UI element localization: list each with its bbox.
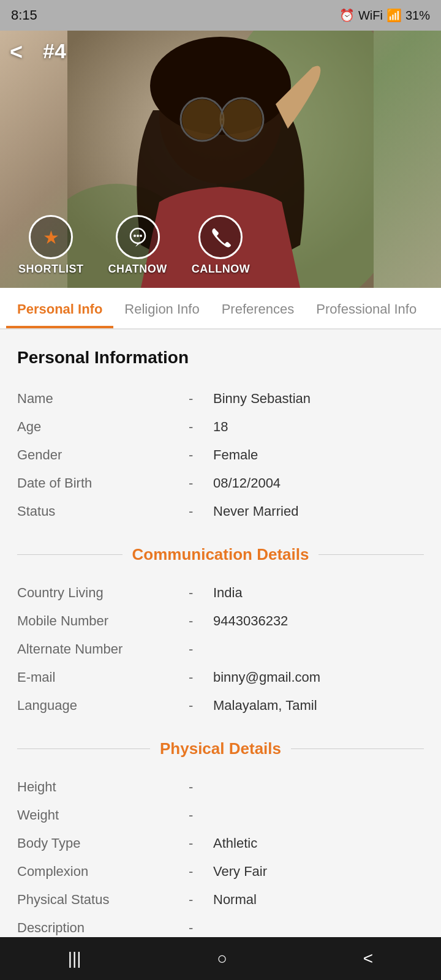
- dob-label: Date of Birth: [17, 475, 189, 491]
- mobile-value: 9443036232: [213, 613, 288, 629]
- body-type-label: Body Type: [17, 835, 189, 851]
- name-dash: -: [189, 391, 213, 407]
- svg-point-11: [134, 235, 136, 237]
- battery-text: 31%: [405, 9, 430, 23]
- table-row: Language - Malayalam, Tamil: [17, 692, 424, 720]
- complexion-dash: -: [189, 864, 213, 880]
- physical-status-label: Physical Status: [17, 892, 189, 908]
- description-dash: -: [189, 920, 213, 936]
- shortlist-button[interactable]: ★ SHORTLIST: [18, 215, 84, 276]
- name-value: Binny Sebastian: [213, 391, 311, 407]
- wifi-icon: WiFi: [358, 9, 383, 23]
- age-label: Age: [17, 419, 189, 435]
- personal-info-table: Name - Binny Sebastian Age - 18 Gender -…: [17, 385, 424, 526]
- tab-preferences[interactable]: Preferences: [211, 288, 306, 328]
- chatnow-label: CHATNOW: [108, 263, 167, 276]
- gender-label: Gender: [17, 447, 189, 463]
- dob-value: 08/12/2004: [213, 475, 281, 491]
- complexion-label: Complexion: [17, 864, 189, 880]
- nav-home-icon[interactable]: ○: [217, 949, 227, 968]
- language-dash: -: [189, 698, 213, 714]
- callnow-icon: [198, 215, 243, 259]
- table-row: Weight -: [17, 801, 424, 829]
- mobile-label: Mobile Number: [17, 613, 189, 629]
- bottom-nav: ||| ○ <: [0, 937, 441, 980]
- physical-table: Height - Weight - Body Type - Athletic C…: [17, 773, 424, 942]
- country-living-dash: -: [189, 585, 213, 601]
- weight-label: Weight: [17, 807, 189, 823]
- divider-left: [17, 554, 123, 555]
- table-row: Physical Status - Normal: [17, 886, 424, 914]
- country-living-label: Country Living: [17, 585, 189, 601]
- callnow-label: CALLNOW: [192, 263, 250, 276]
- language-label: Language: [17, 698, 189, 714]
- nav-menu-icon[interactable]: |||: [68, 949, 81, 968]
- age-dash: -: [189, 419, 213, 435]
- signal-icon: 📶: [386, 8, 402, 23]
- table-row: Date of Birth - 08/12/2004: [17, 469, 424, 497]
- communication-divider: Communication Details: [17, 545, 424, 564]
- email-value: binny@gmail.com: [213, 669, 320, 685]
- weight-dash: -: [189, 807, 213, 823]
- status-dash: -: [189, 503, 213, 519]
- table-row: Mobile Number - 9443036232: [17, 607, 424, 635]
- svg-point-8: [182, 99, 222, 140]
- nav-back-icon[interactable]: <: [363, 949, 373, 968]
- country-living-value: India: [213, 585, 243, 601]
- shortlist-icon: ★: [29, 215, 73, 259]
- table-row: Gender - Female: [17, 441, 424, 469]
- personal-info-section: Personal Information Name - Binny Sebast…: [17, 348, 424, 526]
- physical-status-dash: -: [189, 892, 213, 908]
- alternate-dash: -: [189, 641, 213, 657]
- chatnow-button[interactable]: CHATNOW: [108, 215, 167, 276]
- svg-point-13: [140, 235, 142, 237]
- divider-left: [17, 748, 150, 749]
- physical-section: Physical Details Height - Weight - Body …: [17, 739, 424, 942]
- shortlist-label: SHORTLIST: [18, 263, 84, 276]
- name-label: Name: [17, 391, 189, 407]
- status-value: Never Married: [213, 503, 298, 519]
- table-row: Name - Binny Sebastian: [17, 385, 424, 413]
- gender-value: Female: [213, 447, 258, 463]
- callnow-button[interactable]: CALLNOW: [192, 215, 250, 276]
- email-label: E-mail: [17, 669, 189, 685]
- table-row: Complexion - Very Fair: [17, 858, 424, 886]
- communication-section: Communication Details Country Living - I…: [17, 545, 424, 720]
- age-value: 18: [213, 419, 228, 435]
- tabs-container: Personal Info Religion Info Preferences …: [0, 288, 441, 330]
- status-icons: ⏰ WiFi 📶 31%: [339, 8, 430, 23]
- divider-right: [291, 748, 424, 749]
- alarm-icon: ⏰: [339, 8, 355, 23]
- mobile-dash: -: [189, 613, 213, 629]
- profile-number: #4: [43, 39, 66, 63]
- description-label: Description: [17, 920, 189, 936]
- language-value: Malayalam, Tamil: [213, 698, 317, 714]
- action-buttons-container: ★ SHORTLIST CHATNOW CALLNOW: [0, 215, 441, 276]
- table-row: Age - 18: [17, 413, 424, 441]
- tab-personal-info[interactable]: Personal Info: [6, 288, 113, 328]
- status-label: Status: [17, 503, 189, 519]
- status-time: 8:15: [11, 7, 37, 23]
- tab-religion-info[interactable]: Religion Info: [113, 288, 210, 328]
- physical-status-value: Normal: [213, 892, 257, 908]
- svg-point-9: [222, 99, 262, 140]
- back-button[interactable]: <: [10, 39, 23, 65]
- communication-title: Communication Details: [132, 545, 309, 564]
- table-row: Status - Never Married: [17, 497, 424, 526]
- tab-professional-info[interactable]: Professional Info: [305, 288, 428, 328]
- complexion-value: Very Fair: [213, 864, 267, 880]
- chatnow-icon: [116, 215, 160, 259]
- table-row: E-mail - binny@gmail.com: [17, 663, 424, 692]
- communication-table: Country Living - India Mobile Number - 9…: [17, 579, 424, 720]
- table-row: Height -: [17, 773, 424, 801]
- physical-divider: Physical Details: [17, 739, 424, 758]
- height-label: Height: [17, 779, 189, 795]
- profile-image-area: < #4 ★ SHORTLIST CHATNOW: [0, 31, 441, 288]
- dob-dash: -: [189, 475, 213, 491]
- height-dash: -: [189, 779, 213, 795]
- table-row: Country Living - India: [17, 579, 424, 607]
- personal-info-title: Personal Information: [17, 348, 424, 368]
- svg-point-12: [137, 235, 139, 237]
- content-area: Personal Information Name - Binny Sebast…: [0, 330, 441, 980]
- body-type-value: Athletic: [213, 835, 257, 851]
